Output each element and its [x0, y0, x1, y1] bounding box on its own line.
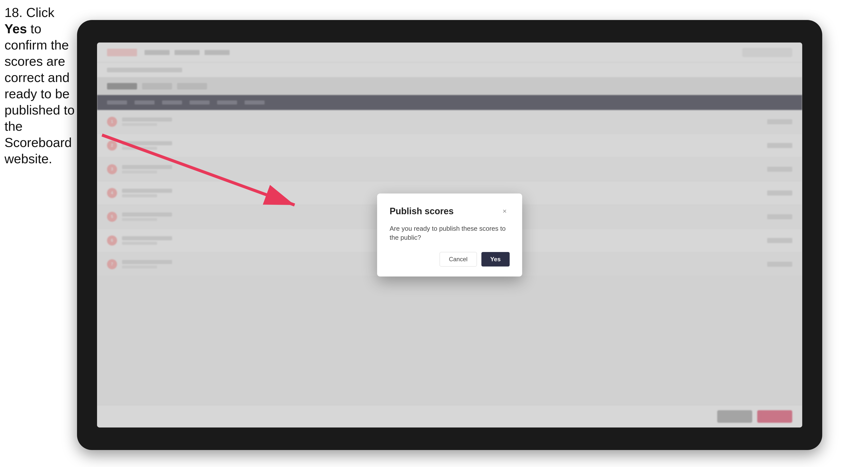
step-number: 18.	[4, 5, 23, 20]
instruction-bold-word: Yes	[4, 22, 27, 36]
instruction-text: 18. Click Yes to confirm the scores are …	[4, 4, 77, 167]
instruction-text-part2: to confirm the scores are correct and re…	[4, 22, 74, 166]
tablet-screen: 1 2 3	[97, 42, 802, 428]
instruction-text-part1: Click	[26, 5, 55, 20]
modal-body-text: Are you ready to publish these scores to…	[390, 224, 510, 242]
cancel-button[interactable]: Cancel	[440, 252, 477, 267]
close-icon: ×	[503, 207, 507, 215]
modal-header: Publish scores ×	[390, 206, 510, 217]
yes-button[interactable]: Yes	[482, 252, 510, 267]
modal-dialog: Publish scores × Are you ready to publis…	[377, 193, 522, 277]
tablet-device: 1 2 3	[77, 20, 822, 450]
modal-footer: Cancel Yes	[390, 252, 510, 267]
modal-overlay: Publish scores × Are you ready to publis…	[97, 42, 802, 428]
modal-title: Publish scores	[390, 206, 454, 217]
modal-close-button[interactable]: ×	[500, 206, 510, 216]
